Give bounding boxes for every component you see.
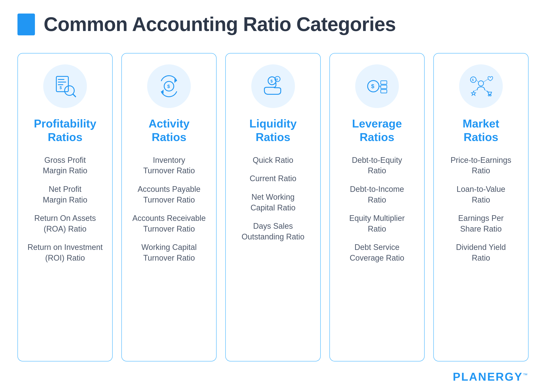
- profitability-item-3: Return On Assets(ROA) Ratio: [34, 213, 96, 234]
- activity-items: InventoryTurnover Ratio Accounts Payable…: [130, 155, 207, 263]
- leverage-title: LeverageRatios: [352, 117, 402, 144]
- market-icon: $: [469, 74, 493, 98]
- header: Common Accounting Ratio Categories: [18, 13, 528, 36]
- page-title: Common Accounting Ratio Categories: [44, 13, 396, 36]
- leverage-item-3: Equity MultiplierRatio: [349, 213, 405, 234]
- svg-line-27: [484, 79, 488, 82]
- svg-point-24: [488, 95, 489, 96]
- svg-line-28: [474, 90, 477, 91]
- market-items: Price-to-EarningsRatio Loan-to-ValueRati…: [442, 155, 519, 263]
- profitability-icon-circle: $: [43, 64, 87, 108]
- profitability-item-2: Net ProfitMargin Ratio: [43, 184, 87, 205]
- liquidity-item-3: Net WorkingCapital Ratio: [250, 192, 295, 213]
- liquidity-icon: $ $: [261, 74, 285, 98]
- svg-text:$: $: [60, 86, 62, 90]
- leverage-icon-circle: $: [355, 64, 399, 108]
- card-liquidity: $ $ LiquidityRatios Quick Ratio Current …: [225, 53, 320, 361]
- svg-text:$: $: [472, 78, 474, 82]
- svg-text:$: $: [276, 78, 278, 81]
- svg-rect-18: [381, 85, 387, 89]
- liquidity-item-1: Quick Ratio: [253, 155, 293, 166]
- footer: PLANERGY™: [18, 361, 528, 383]
- market-item-1: Price-to-EarningsRatio: [451, 155, 511, 176]
- activity-icon: $: [157, 74, 181, 98]
- activity-item-2: Accounts PayableTurnover Ratio: [137, 184, 200, 205]
- activity-item-4: Working CapitalTurnover Ratio: [142, 242, 197, 263]
- card-leverage: $ LeverageRatios Debt-to-EquityRatio Deb…: [329, 53, 425, 361]
- svg-rect-3: [58, 84, 63, 85]
- profitability-icon: $: [53, 74, 77, 98]
- svg-point-25: [490, 95, 491, 96]
- liquidity-title: LiquidityRatios: [249, 117, 297, 144]
- profitability-item-4: Return on Investment(ROI) Ratio: [27, 242, 103, 263]
- activity-item-3: Accounts ReceivableTurnover Ratio: [132, 213, 206, 234]
- svg-point-21: [478, 81, 484, 86]
- liquidity-item-4: Days SalesOutstanding Ratio: [241, 221, 304, 242]
- liquidity-icon-circle: $ $: [251, 64, 295, 108]
- leverage-icon: $: [365, 74, 389, 98]
- activity-icon-circle: $: [147, 64, 191, 108]
- market-item-3: Earnings PerShare Ratio: [458, 213, 504, 234]
- blue-bar-decoration: [18, 13, 35, 35]
- leverage-item-1: Debt-to-EquityRatio: [352, 155, 402, 176]
- svg-text:$: $: [167, 84, 170, 89]
- liquidity-items: Quick Ratio Current Ratio Net WorkingCap…: [234, 155, 311, 242]
- leverage-item-2: Debt-to-IncomeRatio: [350, 184, 404, 205]
- leverage-item-4: Debt ServiceCoverage Ratio: [350, 242, 404, 263]
- svg-line-29: [485, 90, 487, 91]
- profitability-item-1: Gross ProfitMargin Ratio: [43, 155, 87, 176]
- svg-text:$: $: [371, 83, 374, 90]
- cards-container: $ ProfitabilityRatios Gross ProfitMargin…: [18, 53, 528, 361]
- profitability-title: ProfitabilityRatios: [34, 117, 96, 144]
- svg-rect-1: [58, 79, 65, 80]
- activity-item-1: InventoryTurnover Ratio: [143, 155, 195, 176]
- card-market: $ MarketRatios Price-to-EarningsRatio Lo…: [433, 53, 528, 361]
- liquidity-item-2: Current Ratio: [250, 173, 296, 184]
- svg-rect-17: [381, 81, 387, 84]
- market-item-2: Loan-to-ValueRatio: [456, 184, 505, 205]
- svg-line-6: [73, 94, 76, 97]
- card-profitability: $ ProfitabilityRatios Gross ProfitMargin…: [18, 53, 113, 361]
- svg-rect-0: [56, 76, 68, 92]
- activity-title: ActivityRatios: [149, 117, 189, 144]
- planergy-logo: PLANERGY™: [453, 370, 528, 383]
- svg-text:$: $: [271, 79, 273, 83]
- market-icon-circle: $: [459, 64, 503, 108]
- profitability-items: Gross ProfitMargin Ratio Net ProfitMargi…: [27, 155, 104, 263]
- market-title: MarketRatios: [463, 117, 499, 144]
- svg-rect-2: [58, 82, 66, 83]
- market-item-4: Dividend YieldRatio: [456, 242, 506, 263]
- svg-line-26: [476, 80, 478, 82]
- card-activity: $ ActivityRatios InventoryTurnover Ratio…: [121, 53, 217, 361]
- svg-rect-19: [381, 90, 387, 93]
- leverage-items: Debt-to-EquityRatio Debt-to-IncomeRatio …: [339, 155, 416, 263]
